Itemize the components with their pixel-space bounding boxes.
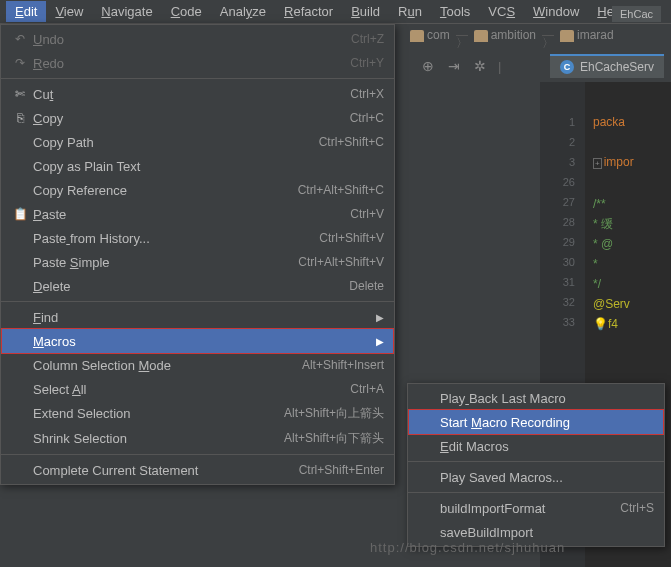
menu-shortcut: Ctrl+V [350,207,384,221]
menu-shortcut: Ctrl+Alt+Shift+V [298,255,384,269]
submenu-arrow-icon: ▶ [376,312,384,323]
menu-label: Edit Macros [440,439,654,454]
menubar-edit[interactable]: Edit [6,1,46,22]
menubar-code[interactable]: Code [162,1,211,22]
menu-label: Paste Simple [33,255,298,270]
menu-label: Column Selection Mode [33,358,302,373]
tab-label: EhCacheServ [580,60,654,74]
menu-label: Paste [33,207,350,222]
code-header: EhCac [612,6,661,22]
edit-item-shrink-selection[interactable]: Shrink SelectionAlt+Shift+向下箭头 [1,426,394,451]
editor-toolbar: ⊕ ⇥ ✲ | [420,58,501,74]
menubar-window[interactable]: Window [524,1,588,22]
menu-shortcut: Ctrl+Shift+C [319,135,384,149]
edit-item-delete[interactable]: DeleteDelete [1,274,394,298]
menu-label: Shrink Selection [33,431,284,446]
edit-menu: ↶UndoCtrl+Z↷RedoCtrl+Y✄CutCtrl+X⎘CopyCtr… [0,24,395,485]
folder-icon [560,30,574,42]
edit-item-macros[interactable]: Macros▶ [1,329,394,353]
target-icon[interactable]: ⊕ [420,58,436,74]
edit-item-paste-from-history-[interactable]: Paste from History...Ctrl+Shift+V [1,226,394,250]
menubar-navigate[interactable]: Navigate [92,1,161,22]
menu-shortcut: Ctrl+X [350,87,384,101]
menu-label: Redo [33,56,350,71]
edit-item-undo: ↶UndoCtrl+Z [1,27,394,51]
edit-item-copy-reference[interactable]: Copy ReferenceCtrl+Alt+Shift+C [1,178,394,202]
menubar-vcs[interactable]: VCS [479,1,524,22]
edit-item-paste[interactable]: 📋PasteCtrl+V [1,202,394,226]
macros-submenu: Play Back Last MacroStart Macro Recordin… [407,383,665,547]
menubar-view[interactable]: View [46,1,92,22]
edit-item-paste-simple[interactable]: Paste SimpleCtrl+Alt+Shift+V [1,250,394,274]
menubar-tools[interactable]: Tools [431,1,479,22]
menubar-build[interactable]: Build [342,1,389,22]
breadcrumb-segment[interactable]: com [410,28,450,42]
macros-item-start-macro-recording[interactable]: Start Macro Recording [408,410,664,434]
menu-label: Delete [33,279,349,294]
menu-shortcut: Ctrl+A [350,382,384,396]
gear-icon[interactable]: ✲ [472,58,488,74]
menu-shortcut: Ctrl+Y [350,56,384,70]
menu-label: Play Back Last Macro [440,391,654,406]
collapse-icon[interactable]: ⇥ [446,58,462,74]
menu-shortcut: Ctrl+Shift+Enter [299,463,384,477]
macros-item-buildimportformat[interactable]: buildImportFormatCtrl+S [408,496,664,520]
edit-item-copy-as-plain-text[interactable]: Copy as Plain Text [1,154,394,178]
menu-shortcut: Ctrl+S [620,501,654,515]
macros-item-edit-macros[interactable]: Edit Macros [408,434,664,458]
edit-item-extend-selection[interactable]: Extend SelectionAlt+Shift+向上箭头 [1,401,394,426]
menu-icon: ↷ [11,56,29,70]
menu-label: Complete Current Statement [33,463,299,478]
menu-shortcut: Alt+Shift+向下箭头 [284,430,384,447]
menubar: EditViewNavigateCodeAnalyzeRefactorBuild… [0,0,671,24]
menu-label: Macros [33,334,368,349]
menu-label: Cut [33,87,350,102]
folder-icon [474,30,488,42]
menu-label: Paste from History... [33,231,319,246]
menu-shortcut: Alt+Shift+向上箭头 [284,405,384,422]
edit-item-cut[interactable]: ✄CutCtrl+X [1,82,394,106]
menu-shortcut: Ctrl+Shift+V [319,231,384,245]
breadcrumb: com〉ambition〉imarad [410,28,614,42]
menubar-analyze[interactable]: Analyze [211,1,275,22]
menu-label: Undo [33,32,351,47]
edit-item-find[interactable]: Find▶ [1,305,394,329]
menu-shortcut: Ctrl+Z [351,32,384,46]
menu-icon: ↶ [11,32,29,46]
folder-icon [410,30,424,42]
macros-item-savebuildimport[interactable]: saveBuildImport [408,520,664,544]
menu-label: Select All [33,382,350,397]
breadcrumb-segment[interactable]: ambition [474,28,536,42]
menu-shortcut: Delete [349,279,384,293]
edit-item-complete-current-statement[interactable]: Complete Current StatementCtrl+Shift+Ent… [1,458,394,482]
menu-label: saveBuildImport [440,525,654,540]
menubar-refactor[interactable]: Refactor [275,1,342,22]
submenu-arrow-icon: ▶ [376,336,384,347]
menu-label: buildImportFormat [440,501,620,516]
menu-label: Play Saved Macros... [440,470,654,485]
menu-label: Copy Path [33,135,319,150]
menu-shortcut: Alt+Shift+Insert [302,358,384,372]
class-icon: C [560,60,574,74]
breadcrumb-segment[interactable]: imarad [560,28,614,42]
menu-shortcut: Ctrl+C [350,111,384,125]
menu-icon: ⎘ [11,111,29,125]
menu-label: Extend Selection [33,406,284,421]
menubar-run[interactable]: Run [389,1,431,22]
menu-icon: ✄ [11,87,29,101]
edit-item-copy-path[interactable]: Copy PathCtrl+Shift+C [1,130,394,154]
menu-label: Copy as Plain Text [33,159,384,174]
edit-item-column-selection-mode[interactable]: Column Selection ModeAlt+Shift+Insert [1,353,394,377]
macros-item-play-back-last-macro[interactable]: Play Back Last Macro [408,386,664,410]
edit-item-select-all[interactable]: Select AllCtrl+A [1,377,394,401]
menu-icon: 📋 [11,207,29,221]
editor-tab[interactable]: C EhCacheServ [550,54,664,78]
menu-label: Find [33,310,368,325]
edit-item-copy[interactable]: ⎘CopyCtrl+C [1,106,394,130]
menu-label: Copy [33,111,350,126]
menu-label: Start Macro Recording [440,415,654,430]
menu-label: Copy Reference [33,183,298,198]
menu-shortcut: Ctrl+Alt+Shift+C [298,183,384,197]
macros-item-play-saved-macros-[interactable]: Play Saved Macros... [408,465,664,489]
edit-item-redo: ↷RedoCtrl+Y [1,51,394,75]
